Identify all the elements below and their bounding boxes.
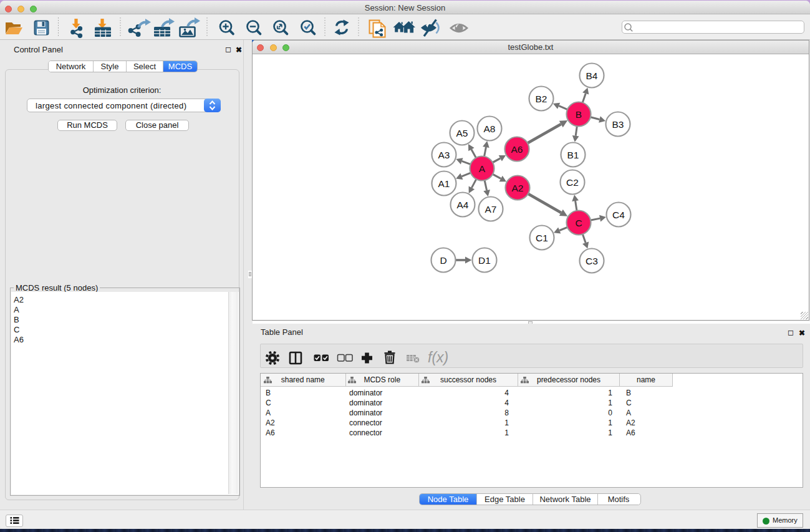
svg-text:A3: A3 [438,150,450,160]
svg-text:B: B [576,109,582,120]
svg-text:D: D [440,255,446,266]
svg-text:A: A [479,163,486,174]
svg-text:f(x): f(x) [428,349,448,365]
svg-text:B3: B3 [612,119,624,130]
svg-text:A5: A5 [456,128,468,138]
svg-text:C2: C2 [566,177,579,188]
svg-text:B4: B4 [586,70,598,81]
svg-text:C3: C3 [586,256,598,266]
svg-text:D1: D1 [478,255,491,266]
svg-text:C: C [575,218,582,228]
svg-text:A8: A8 [484,123,496,134]
svg-text:A2: A2 [512,183,524,193]
svg-text:B2: B2 [536,94,547,104]
svg-text:B1: B1 [567,150,579,160]
svg-text:A6: A6 [511,144,523,155]
svg-text:A1: A1 [438,178,450,189]
svg-text:A4: A4 [457,200,469,210]
svg-text:C4: C4 [612,210,625,220]
svg-text:A7: A7 [485,204,497,215]
svg-text:C1: C1 [536,233,548,243]
